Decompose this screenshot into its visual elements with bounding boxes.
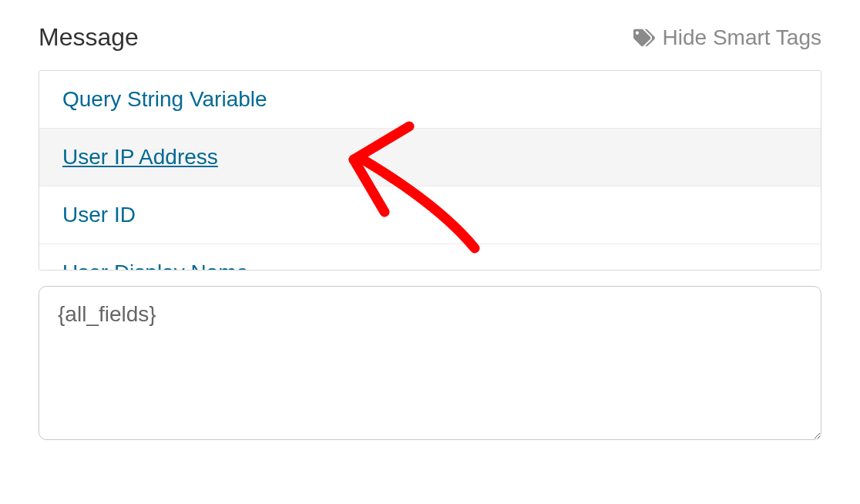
smart-tag-label: User IP Address	[62, 145, 218, 169]
smart-tag-label: User ID	[62, 203, 136, 227]
smart-tag-item[interactable]: User Display Name	[39, 244, 821, 270]
smart-tag-label: User Display Name	[62, 260, 248, 270]
hide-smart-tags-label: Hide Smart Tags	[663, 25, 821, 50]
message-textarea[interactable]	[39, 286, 821, 440]
smart-tags-panel: Query String Variable User IP Address Us…	[39, 70, 821, 270]
smart-tag-label: Query String Variable	[62, 87, 267, 111]
hide-smart-tags-toggle[interactable]: Hide Smart Tags	[633, 25, 821, 50]
message-textarea-container	[39, 286, 821, 443]
tags-icon	[633, 27, 655, 49]
smart-tag-item[interactable]: User ID	[39, 186, 821, 244]
smart-tag-item[interactable]: User IP Address	[39, 129, 821, 186]
message-header: Message Hide Smart Tags	[39, 23, 821, 52]
smart-tag-item[interactable]: Query String Variable	[39, 71, 821, 129]
section-title: Message	[39, 23, 139, 52]
